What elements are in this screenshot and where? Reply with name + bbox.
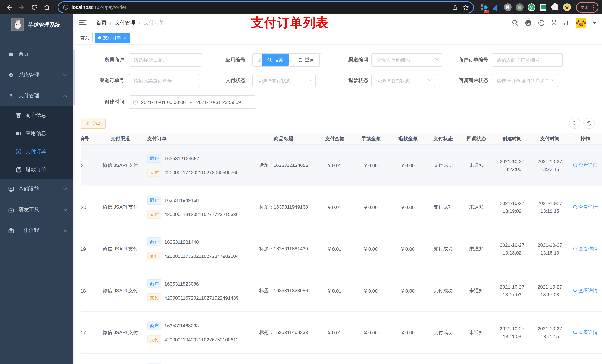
github-icon[interactable]: [525, 19, 532, 26]
view-detail-link[interactable]: 查看详情: [573, 329, 598, 336]
cell-refund: ¥ 0.00: [401, 246, 415, 252]
extensions-puzzle-icon[interactable]: [551, 3, 559, 11]
extension-chat-icon[interactable]: [539, 3, 547, 11]
cell-pay-channel: 微信 JSAPI 支付: [103, 329, 138, 336]
profile-avatar-icon[interactable]: [563, 3, 571, 11]
tab-pay-order[interactable]: 支付订单 ×: [95, 32, 130, 43]
extension-command-icon[interactable]: ⌘: [504, 3, 512, 11]
create-time-range-input[interactable]: 2021-10-01 00:00:00 - 2021-10-31 23:59:5…: [129, 95, 256, 109]
top-navbar: 首页 / 支付管理 / 支付订单 支付订单列表 ? TT: [73, 14, 602, 31]
table-row: 117 微信 JSAPI 支付 商户 1635311468233 支付 4200…: [81, 312, 602, 354]
view-detail-link[interactable]: 查看详情: [573, 162, 598, 169]
channel-code-select[interactable]: [371, 53, 442, 67]
cell-paid-time: 13:22:15: [540, 165, 559, 173]
scrollbar-track[interactable]: [73, 14, 75, 364]
briefcase-icon: [8, 228, 14, 233]
sidebar-item-label: 研发工具: [19, 207, 39, 213]
col-title: 商品标题: [274, 135, 293, 142]
browser-home-button[interactable]: [42, 2, 52, 12]
browser-reload-button[interactable]: [29, 2, 39, 12]
bookmark-star-icon[interactable]: [463, 4, 469, 10]
app-logo: [11, 18, 24, 31]
search-icon[interactable]: [512, 20, 518, 26]
sidebar-item-label: 基础设施: [19, 186, 39, 192]
col-fee: 手续金额: [361, 135, 381, 142]
search-button[interactable]: 搜索: [262, 54, 289, 66]
reset-button[interactable]: 重置: [293, 54, 320, 66]
col-pay-status: 支付状态: [434, 135, 453, 142]
browser-update-button[interactable]: 更新: [576, 2, 598, 12]
cell-pay-order-no: 4200001194202110276752100612: [164, 337, 239, 342]
cell-refund: ¥ 0.00: [401, 204, 415, 210]
share-icon[interactable]: [452, 4, 458, 10]
merchant-order-no-input[interactable]: [492, 53, 563, 67]
extension-dot-icon[interactable]: [515, 3, 524, 11]
sidebar-item-dev-tools[interactable]: 研发工具: [0, 199, 73, 220]
browser-menu-icon[interactable]: [593, 5, 594, 10]
breadcrumb-section[interactable]: 支付管理: [115, 20, 136, 26]
cell-merchant-order-no: 1635311468233: [164, 323, 199, 328]
magnifier-icon: [573, 247, 577, 251]
sidebar-item-label: 支付管理: [19, 93, 39, 99]
application-window: localhost:1024/pay/order 10 ⌘ y 更新: [0, 0, 602, 364]
sidebar-item-app-info[interactable]: 应用信息: [0, 124, 73, 142]
merchant-tag: 商户: [147, 238, 161, 246]
merchant-select[interactable]: [129, 53, 202, 67]
date-end: 2021-10-31 23:59:59: [196, 99, 241, 105]
export-button[interactable]: 导出: [81, 118, 106, 129]
user-menu-caret-icon[interactable]: [592, 22, 596, 24]
fullscreen-icon[interactable]: [551, 20, 557, 26]
gear-icon: [8, 72, 14, 78]
sidebar-item-pay-order[interactable]: ¥ 支付订单: [0, 142, 73, 161]
extension-kite-icon[interactable]: [492, 3, 500, 11]
sidebar-item-merchant-info[interactable]: 商户信息: [0, 106, 73, 124]
sidebar-item-label: 商户信息: [26, 112, 46, 119]
cell-order-id: 117: [81, 330, 86, 335]
notify-status-select[interactable]: [492, 74, 558, 87]
view-detail-link[interactable]: 查看详情: [573, 246, 598, 252]
tab-close-icon[interactable]: ×: [124, 35, 127, 40]
toggle-search-button[interactable]: [569, 118, 580, 129]
sidebar-item-label: 工作流程: [19, 227, 39, 234]
scrollbar-thumb[interactable]: [73, 50, 75, 105]
sidebar-item-system[interactable]: 系统管理: [0, 65, 73, 85]
site-info-icon[interactable]: [63, 4, 68, 10]
yen-icon: ¥: [8, 93, 14, 99]
view-detail-link[interactable]: 查看详情: [573, 287, 598, 294]
browser-back-button[interactable]: [4, 2, 14, 12]
sidebar-item-home[interactable]: 首页: [0, 44, 73, 65]
sidebar-item-infra[interactable]: 基础设施: [0, 179, 73, 199]
breadcrumb-current: 支付订单: [144, 20, 164, 26]
extension-blocks-icon[interactable]: 10: [480, 3, 488, 11]
table-row: 121 微信 JSAPI 支付 商户 1635312124657 支付 4200…: [81, 145, 602, 187]
font-size-icon[interactable]: TT: [563, 20, 570, 26]
filter-label-pay-status: 支付状态: [210, 74, 246, 87]
cell-notify-status: 未通知: [469, 329, 484, 336]
extension-y-icon[interactable]: y: [527, 3, 535, 11]
chevron-down-icon: [63, 229, 67, 232]
refund-status-select[interactable]: [371, 74, 435, 87]
view-detail-link[interactable]: 查看详情: [573, 204, 598, 210]
tab-home[interactable]: 首页: [77, 32, 93, 43]
sidebar-collapse-icon[interactable]: [79, 19, 87, 26]
refresh-table-button[interactable]: [583, 118, 595, 129]
cell-fee: ¥ 0.00: [364, 288, 378, 293]
address-bar[interactable]: localhost:1024/pay/order: [58, 2, 473, 12]
sidebar-item-workflow[interactable]: 工作流程: [0, 220, 73, 241]
refresh-icon: [298, 58, 303, 62]
browser-forward-button[interactable]: [16, 2, 27, 12]
cell-paid-time: 13:19:15: [540, 207, 559, 215]
sidebar-item-refund-order[interactable]: 退款订单: [0, 161, 73, 179]
user-avatar[interactable]: [576, 18, 586, 28]
sidebar-item-label: 应用信息: [26, 130, 46, 137]
help-icon[interactable]: ?: [538, 20, 545, 26]
channel-order-no-input[interactable]: [129, 74, 200, 87]
breadcrumb-home[interactable]: 首页: [96, 20, 107, 26]
pay-status-select[interactable]: [252, 74, 316, 87]
search-icon: [267, 58, 272, 62]
col-pay-channel: 支付渠道: [111, 135, 130, 142]
sidebar-item-pay[interactable]: ¥ 支付管理: [0, 85, 73, 106]
extensions-row: 10 ⌘ y: [480, 3, 571, 11]
cell-notify-status: 未通知: [469, 162, 484, 169]
cell-paid-date: 2021-10-27: [538, 157, 562, 165]
